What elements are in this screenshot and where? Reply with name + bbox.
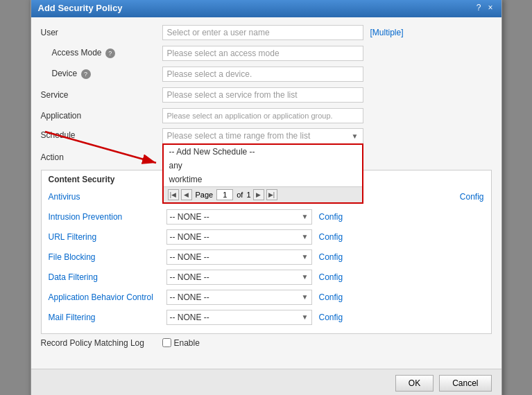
data-filtering-config-link[interactable]: Config (319, 272, 343, 282)
access-mode-placeholder-text: Please select an access mode (167, 49, 280, 58)
app-behavior-chevron-icon: ▼ (302, 293, 309, 301)
device-input[interactable]: Please select a device. (162, 67, 363, 82)
user-label: User (41, 28, 162, 37)
schedule-dropdown: -- Add New Schedule -- any worktime |◀ ◀… (162, 143, 363, 204)
access-mode-label: Access Mode ? (41, 48, 162, 58)
page-next-button[interactable]: ▶ (253, 189, 264, 200)
intrusion-label: Intrusion Prevention (49, 212, 166, 222)
intrusion-config-link[interactable]: Config (319, 212, 343, 222)
mail-filtering-config-link[interactable]: Config (319, 313, 343, 322)
intrusion-chevron-icon: ▼ (302, 213, 309, 220)
file-blocking-chevron-icon: ▼ (302, 253, 309, 261)
dialog-footer: OK Cancel (31, 369, 501, 396)
dialog-title-text: Add Security Policy (38, 3, 123, 13)
intrusion-select[interactable]: -- NONE -- ▼ (166, 209, 312, 225)
record-log-enable: Enable (162, 338, 200, 348)
dialog-body: User Select or enter a user name [Multip… (31, 17, 501, 369)
app-behavior-config-link[interactable]: Config (319, 292, 343, 302)
schedule-pagination: |◀ ◀ Page of 1 ▶ ▶| (164, 186, 362, 202)
device-placeholder-text: Please select a device. (167, 69, 252, 79)
data-filtering-chevron-icon: ▼ (302, 273, 309, 281)
partial-row (41, 351, 492, 359)
of-label-text: of (237, 191, 243, 199)
url-config-link[interactable]: Config (319, 232, 343, 242)
record-log-row: Record Policy Matching Log Enable (41, 338, 492, 348)
app-behavior-select[interactable]: -- NONE -- ▼ (166, 290, 312, 305)
access-mode-input[interactable]: Please select an access mode (162, 46, 363, 61)
url-filtering-row: URL Filtering -- NONE -- ▼ Config (49, 229, 484, 245)
service-label: Service (41, 90, 162, 100)
service-placeholder-text: Please select a service from the list (167, 90, 298, 100)
antivirus-config-link[interactable]: Config (460, 192, 484, 202)
access-mode-row: Access Mode ? Please select an access mo… (41, 45, 492, 62)
page-total-text: 1 (246, 191, 250, 199)
application-placeholder-text: Please select an application or applicat… (167, 112, 333, 120)
application-input[interactable]: Please select an application or applicat… (162, 108, 363, 123)
dialog-title-bar: Add Security Policy ? × (31, 0, 501, 17)
add-security-policy-dialog: Add Security Policy ? × User Select or e… (31, 0, 502, 395)
url-select[interactable]: -- NONE -- ▼ (166, 229, 312, 245)
data-filtering-select[interactable]: -- NONE -- ▼ (166, 270, 312, 285)
user-row: User Select or enter a user name [Multip… (41, 24, 492, 41)
title-buttons: ? × (475, 3, 495, 12)
data-filtering-row: Data Filtering -- NONE -- ▼ Config (49, 269, 484, 286)
schedule-option-add-new[interactable]: -- Add New Schedule -- (164, 145, 362, 159)
record-log-checkbox[interactable] (162, 338, 171, 347)
intrusion-row: Intrusion Prevention -- NONE -- ▼ Config (49, 209, 484, 225)
device-help-icon[interactable]: ? (81, 69, 91, 79)
schedule-input[interactable]: Please select a time range from the list… (162, 128, 363, 143)
mail-filtering-chevron-icon: ▼ (302, 313, 309, 321)
app-behavior-row: Application Behavior Control -- NONE -- … (49, 289, 484, 306)
schedule-row: Schedule Please select a time range from… (41, 128, 492, 145)
application-label: Application (41, 111, 162, 121)
page-first-button[interactable]: |◀ (168, 189, 179, 200)
schedule-option-any[interactable]: any (164, 159, 362, 173)
schedule-option-worktime[interactable]: worktime (164, 173, 362, 186)
file-blocking-select[interactable]: -- NONE -- ▼ (166, 249, 312, 265)
page-label-text: Page (196, 191, 214, 199)
access-mode-help-icon[interactable]: ? (105, 49, 115, 58)
url-filtering-label: URL Filtering (49, 232, 166, 242)
device-row: Device ? Please select a device. (41, 66, 492, 82)
file-blocking-config-link[interactable]: Config (319, 252, 343, 262)
cancel-button[interactable]: Cancel (439, 375, 491, 392)
url-chevron-icon: ▼ (302, 233, 309, 240)
multiple-link[interactable]: [Multiple] (370, 28, 404, 37)
user-placeholder-text: Select or enter a user name (167, 28, 270, 37)
data-filtering-label: Data Filtering (49, 272, 166, 282)
close-button[interactable]: × (486, 3, 494, 12)
schedule-chevron-icon: ▼ (352, 132, 359, 140)
action-label: Action (41, 152, 162, 162)
page-last-button[interactable]: ▶| (266, 189, 277, 200)
service-input[interactable]: Please select a service from the list (162, 87, 363, 103)
schedule-label: Schedule (41, 128, 162, 140)
device-label: Device ? (41, 69, 162, 79)
record-log-label: Record Policy Matching Log (41, 338, 162, 348)
page-prev-button[interactable]: ◀ (181, 189, 192, 200)
antivirus-label: Antivirus (49, 192, 166, 202)
help-button[interactable]: ? (475, 3, 483, 12)
user-input[interactable]: Select or enter a user name (162, 25, 363, 40)
page-number-input[interactable] (216, 189, 233, 200)
ok-button[interactable]: OK (395, 375, 434, 392)
file-blocking-label: File Blocking (49, 252, 166, 262)
mail-filtering-select[interactable]: -- NONE -- ▼ (166, 310, 312, 325)
schedule-container: Please select a time range from the list… (162, 128, 363, 143)
record-log-enable-label: Enable (174, 338, 200, 348)
file-blocking-row: File Blocking -- NONE -- ▼ Config (49, 249, 484, 265)
app-behavior-label: Application Behavior Control (49, 292, 166, 302)
schedule-placeholder-text: Please select a time range from the list (167, 131, 311, 141)
mail-filtering-label: Mail Filtering (49, 313, 166, 322)
application-row: Application Please select an application… (41, 107, 492, 124)
service-row: Service Please select a service from the… (41, 87, 492, 103)
mail-filtering-row: Mail Filtering -- NONE -- ▼ Config (49, 309, 484, 326)
